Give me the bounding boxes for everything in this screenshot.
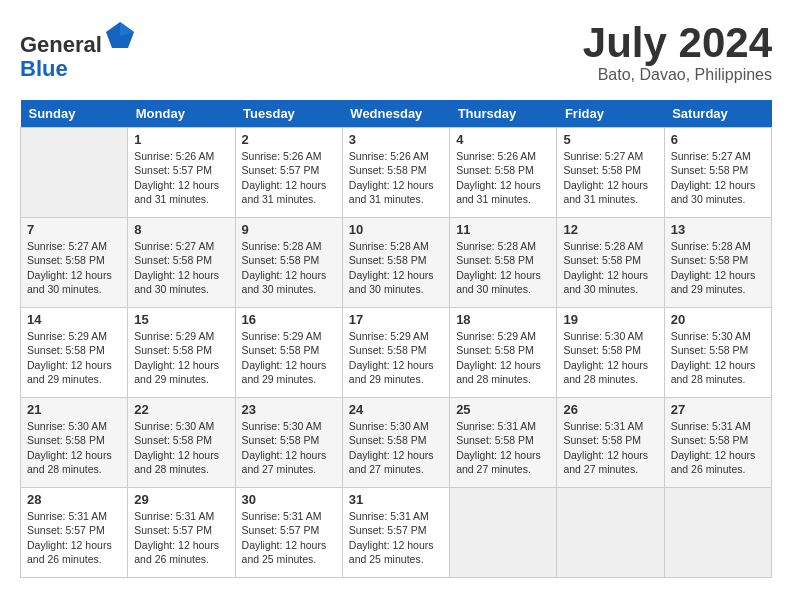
location: Bato, Davao, Philippines [583, 66, 772, 84]
calendar-cell: 11Sunrise: 5:28 AM Sunset: 5:58 PM Dayli… [450, 218, 557, 308]
day-number: 18 [456, 312, 550, 327]
day-number: 23 [242, 402, 336, 417]
calendar-cell: 18Sunrise: 5:29 AM Sunset: 5:58 PM Dayli… [450, 308, 557, 398]
day-info: Sunrise: 5:29 AM Sunset: 5:58 PM Dayligh… [349, 329, 443, 386]
day-number: 9 [242, 222, 336, 237]
day-number: 3 [349, 132, 443, 147]
weekday-header-friday: Friday [557, 100, 664, 128]
day-number: 15 [134, 312, 228, 327]
day-number: 7 [27, 222, 121, 237]
calendar-cell: 16Sunrise: 5:29 AM Sunset: 5:58 PM Dayli… [235, 308, 342, 398]
calendar-week-1: 7Sunrise: 5:27 AM Sunset: 5:58 PM Daylig… [21, 218, 772, 308]
day-number: 16 [242, 312, 336, 327]
day-number: 25 [456, 402, 550, 417]
day-number: 17 [349, 312, 443, 327]
day-info: Sunrise: 5:26 AM Sunset: 5:57 PM Dayligh… [134, 149, 228, 206]
day-number: 31 [349, 492, 443, 507]
day-info: Sunrise: 5:31 AM Sunset: 5:57 PM Dayligh… [134, 509, 228, 566]
day-info: Sunrise: 5:28 AM Sunset: 5:58 PM Dayligh… [242, 239, 336, 296]
calendar-cell: 29Sunrise: 5:31 AM Sunset: 5:57 PM Dayli… [128, 488, 235, 578]
day-number: 28 [27, 492, 121, 507]
day-info: Sunrise: 5:30 AM Sunset: 5:58 PM Dayligh… [134, 419, 228, 476]
calendar-cell: 27Sunrise: 5:31 AM Sunset: 5:58 PM Dayli… [664, 398, 771, 488]
calendar-cell [664, 488, 771, 578]
calendar-cell [450, 488, 557, 578]
calendar-table: SundayMondayTuesdayWednesdayThursdayFrid… [20, 100, 772, 578]
calendar-cell: 7Sunrise: 5:27 AM Sunset: 5:58 PM Daylig… [21, 218, 128, 308]
calendar-cell: 21Sunrise: 5:30 AM Sunset: 5:58 PM Dayli… [21, 398, 128, 488]
page-header: General Blue July 2024 Bato, Davao, Phil… [20, 20, 772, 84]
calendar-cell: 5Sunrise: 5:27 AM Sunset: 5:58 PM Daylig… [557, 128, 664, 218]
calendar-cell: 13Sunrise: 5:28 AM Sunset: 5:58 PM Dayli… [664, 218, 771, 308]
day-info: Sunrise: 5:27 AM Sunset: 5:58 PM Dayligh… [134, 239, 228, 296]
day-number: 10 [349, 222, 443, 237]
day-number: 20 [671, 312, 765, 327]
calendar-cell: 30Sunrise: 5:31 AM Sunset: 5:57 PM Dayli… [235, 488, 342, 578]
day-info: Sunrise: 5:27 AM Sunset: 5:58 PM Dayligh… [27, 239, 121, 296]
calendar-cell: 20Sunrise: 5:30 AM Sunset: 5:58 PM Dayli… [664, 308, 771, 398]
day-number: 14 [27, 312, 121, 327]
calendar-cell: 6Sunrise: 5:27 AM Sunset: 5:58 PM Daylig… [664, 128, 771, 218]
day-info: Sunrise: 5:29 AM Sunset: 5:58 PM Dayligh… [134, 329, 228, 386]
day-info: Sunrise: 5:29 AM Sunset: 5:58 PM Dayligh… [27, 329, 121, 386]
day-info: Sunrise: 5:31 AM Sunset: 5:57 PM Dayligh… [27, 509, 121, 566]
day-number: 22 [134, 402, 228, 417]
calendar-cell: 14Sunrise: 5:29 AM Sunset: 5:58 PM Dayli… [21, 308, 128, 398]
day-info: Sunrise: 5:28 AM Sunset: 5:58 PM Dayligh… [456, 239, 550, 296]
weekday-header-wednesday: Wednesday [342, 100, 449, 128]
day-number: 6 [671, 132, 765, 147]
day-number: 5 [563, 132, 657, 147]
calendar-cell: 19Sunrise: 5:30 AM Sunset: 5:58 PM Dayli… [557, 308, 664, 398]
day-number: 1 [134, 132, 228, 147]
calendar-cell: 25Sunrise: 5:31 AM Sunset: 5:58 PM Dayli… [450, 398, 557, 488]
weekday-header-sunday: Sunday [21, 100, 128, 128]
weekday-header-monday: Monday [128, 100, 235, 128]
calendar-cell: 9Sunrise: 5:28 AM Sunset: 5:58 PM Daylig… [235, 218, 342, 308]
day-info: Sunrise: 5:31 AM Sunset: 5:57 PM Dayligh… [349, 509, 443, 566]
calendar-cell: 4Sunrise: 5:26 AM Sunset: 5:58 PM Daylig… [450, 128, 557, 218]
calendar-cell: 17Sunrise: 5:29 AM Sunset: 5:58 PM Dayli… [342, 308, 449, 398]
day-number: 4 [456, 132, 550, 147]
calendar-cell: 23Sunrise: 5:30 AM Sunset: 5:58 PM Dayli… [235, 398, 342, 488]
calendar-cell: 15Sunrise: 5:29 AM Sunset: 5:58 PM Dayli… [128, 308, 235, 398]
weekday-header-saturday: Saturday [664, 100, 771, 128]
day-number: 13 [671, 222, 765, 237]
day-info: Sunrise: 5:28 AM Sunset: 5:58 PM Dayligh… [671, 239, 765, 296]
day-number: 19 [563, 312, 657, 327]
day-info: Sunrise: 5:26 AM Sunset: 5:58 PM Dayligh… [456, 149, 550, 206]
calendar-week-2: 14Sunrise: 5:29 AM Sunset: 5:58 PM Dayli… [21, 308, 772, 398]
calendar-cell: 22Sunrise: 5:30 AM Sunset: 5:58 PM Dayli… [128, 398, 235, 488]
weekday-header-thursday: Thursday [450, 100, 557, 128]
calendar-cell: 28Sunrise: 5:31 AM Sunset: 5:57 PM Dayli… [21, 488, 128, 578]
day-info: Sunrise: 5:26 AM Sunset: 5:58 PM Dayligh… [349, 149, 443, 206]
calendar-cell: 2Sunrise: 5:26 AM Sunset: 5:57 PM Daylig… [235, 128, 342, 218]
day-number: 26 [563, 402, 657, 417]
day-number: 2 [242, 132, 336, 147]
calendar-cell: 24Sunrise: 5:30 AM Sunset: 5:58 PM Dayli… [342, 398, 449, 488]
day-info: Sunrise: 5:30 AM Sunset: 5:58 PM Dayligh… [563, 329, 657, 386]
calendar-cell: 12Sunrise: 5:28 AM Sunset: 5:58 PM Dayli… [557, 218, 664, 308]
day-info: Sunrise: 5:31 AM Sunset: 5:58 PM Dayligh… [456, 419, 550, 476]
calendar-cell: 10Sunrise: 5:28 AM Sunset: 5:58 PM Dayli… [342, 218, 449, 308]
calendar-cell: 26Sunrise: 5:31 AM Sunset: 5:58 PM Dayli… [557, 398, 664, 488]
day-info: Sunrise: 5:27 AM Sunset: 5:58 PM Dayligh… [671, 149, 765, 206]
calendar-cell: 8Sunrise: 5:27 AM Sunset: 5:58 PM Daylig… [128, 218, 235, 308]
day-info: Sunrise: 5:31 AM Sunset: 5:58 PM Dayligh… [671, 419, 765, 476]
day-info: Sunrise: 5:29 AM Sunset: 5:58 PM Dayligh… [242, 329, 336, 386]
day-info: Sunrise: 5:27 AM Sunset: 5:58 PM Dayligh… [563, 149, 657, 206]
calendar-cell: 31Sunrise: 5:31 AM Sunset: 5:57 PM Dayli… [342, 488, 449, 578]
day-number: 30 [242, 492, 336, 507]
day-info: Sunrise: 5:30 AM Sunset: 5:58 PM Dayligh… [671, 329, 765, 386]
day-info: Sunrise: 5:30 AM Sunset: 5:58 PM Dayligh… [27, 419, 121, 476]
day-info: Sunrise: 5:29 AM Sunset: 5:58 PM Dayligh… [456, 329, 550, 386]
day-number: 27 [671, 402, 765, 417]
month-title: July 2024 [583, 20, 772, 66]
weekday-header-row: SundayMondayTuesdayWednesdayThursdayFrid… [21, 100, 772, 128]
day-number: 21 [27, 402, 121, 417]
calendar-cell: 3Sunrise: 5:26 AM Sunset: 5:58 PM Daylig… [342, 128, 449, 218]
calendar-week-0: 1Sunrise: 5:26 AM Sunset: 5:57 PM Daylig… [21, 128, 772, 218]
calendar-cell [21, 128, 128, 218]
calendar-cell: 1Sunrise: 5:26 AM Sunset: 5:57 PM Daylig… [128, 128, 235, 218]
day-info: Sunrise: 5:30 AM Sunset: 5:58 PM Dayligh… [349, 419, 443, 476]
logo: General Blue [20, 20, 136, 81]
